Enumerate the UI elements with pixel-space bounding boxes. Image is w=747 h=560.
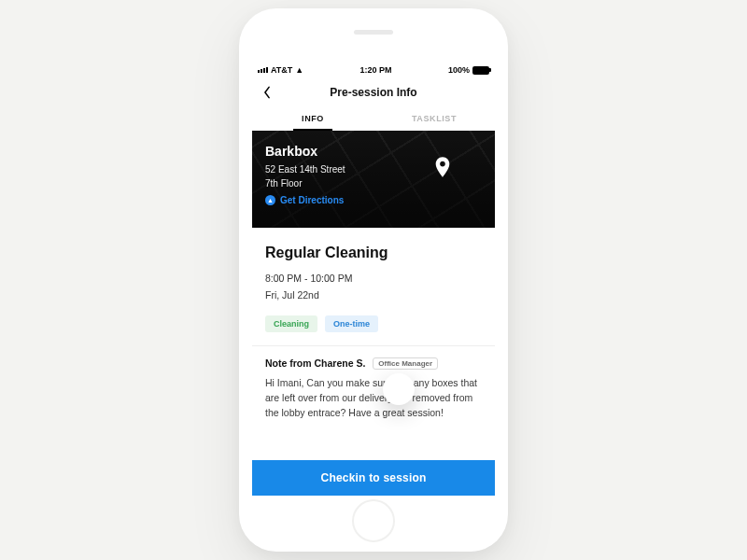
note-body: Hi Imani, Can you make sure that any box…: [265, 375, 482, 421]
status-bar: AT&T ▲ 1:20 PM 100%: [252, 60, 495, 78]
tab-info[interactable]: INFO: [252, 106, 374, 131]
tag-cleaning: Cleaning: [265, 315, 317, 332]
screen: AT&T ▲ 1:20 PM 100% Pre-session Info INF…: [252, 60, 495, 496]
note-block: Note from Charene S. Office Manager Hi I…: [265, 346, 482, 421]
signal-icon: [258, 67, 268, 73]
location-hero: Barkbox 52 East 14th Street 7th Floor ▲ …: [252, 131, 495, 228]
session-time: 8:00 PM - 10:00 PM: [265, 271, 482, 287]
status-time: 1:20 PM: [360, 65, 392, 75]
battery-icon: [472, 66, 489, 75]
floating-handle[interactable]: [383, 373, 415, 405]
session-date: Fri, Jul 22nd: [265, 287, 482, 304]
phone-speaker: [354, 30, 393, 35]
page-title: Pre-session Info: [330, 86, 416, 99]
tag-onetime: One-time: [325, 315, 378, 332]
phone-frame: AT&T ▲ 1:20 PM 100% Pre-session Info INF…: [239, 8, 508, 552]
checkin-label: Checkin to session: [321, 471, 427, 484]
get-directions-link[interactable]: ▲ Get Directions: [265, 195, 482, 205]
get-directions-label: Get Directions: [280, 195, 344, 205]
back-button[interactable]: [258, 83, 276, 102]
tab-tasklist[interactable]: TASKLIST: [374, 106, 495, 131]
note-from-label: Note from Charene S.: [265, 357, 365, 369]
nav-header: Pre-session Info: [252, 78, 495, 106]
wifi-icon: ▲: [295, 66, 303, 75]
battery-label: 100%: [448, 65, 470, 75]
directions-icon: ▲: [265, 195, 275, 205]
chevron-left-icon: [262, 86, 272, 99]
carrier-label: AT&T: [271, 65, 292, 75]
tag-row: Cleaning One-time: [265, 315, 482, 332]
canvas: AT&T ▲ 1:20 PM 100% Pre-session Info INF…: [0, 0, 747, 560]
tab-bar: INFO TASKLIST: [252, 106, 495, 131]
map-pin-icon: [435, 157, 450, 181]
session-title: Regular Cleaning: [265, 245, 482, 261]
session-info: Regular Cleaning 8:00 PM - 10:00 PM Fri,…: [252, 228, 495, 420]
home-button[interactable]: [352, 499, 395, 542]
checkin-button[interactable]: Checkin to session: [252, 460, 495, 496]
note-role-badge: Office Manager: [373, 357, 438, 370]
